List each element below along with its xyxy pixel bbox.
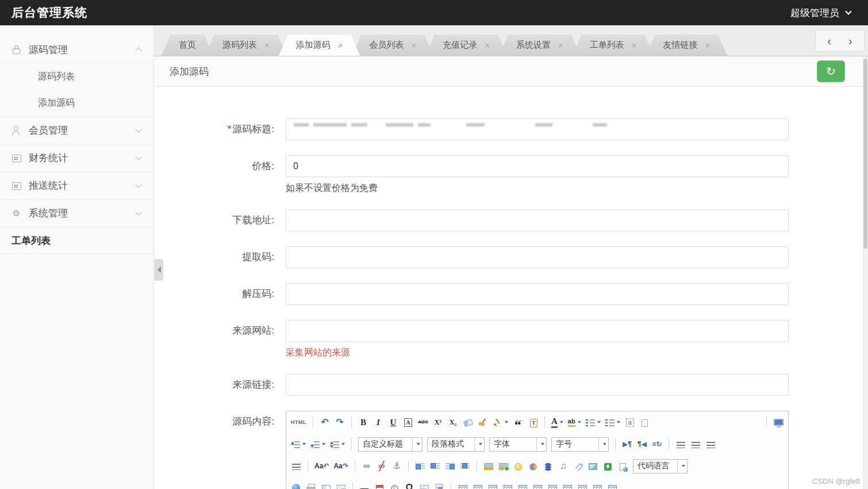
image-float-right-button[interactable]	[445, 459, 455, 473]
sidebar-item-source-manage[interactable]: 源码管理	[0, 36, 153, 63]
insert-col-button[interactable]	[517, 481, 528, 489]
extract-code-input[interactable]	[286, 246, 789, 268]
strikethrough-button[interactable]: ABC	[418, 415, 428, 429]
tab-close-icon[interactable]: ×	[264, 41, 270, 49]
anchor-button[interactable]: ⚓	[391, 459, 402, 473]
ordered-list-button[interactable]	[586, 415, 601, 429]
insert-frame-button[interactable]	[588, 459, 598, 473]
scrawl-button[interactable]	[528, 459, 539, 473]
paragraph-format-select[interactable]: 段落格式	[427, 437, 485, 452]
tab-home[interactable]: 首页	[162, 35, 213, 56]
screenshot-button[interactable]	[336, 481, 346, 489]
emoji-button[interactable]	[513, 459, 524, 473]
font-family-select[interactable]: 字体	[489, 437, 547, 452]
merge-cells-button[interactable]	[562, 481, 573, 489]
tab-source-list[interactable]: 源码列表×	[205, 35, 287, 56]
highlight-color-button[interactable]: ab	[568, 415, 581, 429]
font-size-select[interactable]: 字号	[551, 437, 609, 452]
insert-video-button[interactable]	[543, 459, 554, 473]
insert-iframe-button[interactable]	[618, 459, 628, 473]
new-page-button[interactable]	[640, 415, 650, 429]
outdent-button[interactable]: ¶◀	[637, 437, 647, 451]
italic-button[interactable]: I	[373, 415, 383, 429]
anchor-style-button[interactable]: a	[625, 415, 635, 429]
tab-close-icon[interactable]: ×	[632, 41, 637, 49]
line-height-button[interactable]	[330, 437, 345, 451]
sidebar-item-ticket-list[interactable]: 工单列表	[0, 227, 153, 254]
print-button[interactable]	[306, 481, 316, 489]
subscript-button[interactable]: X₂	[448, 415, 458, 429]
tab-close-icon[interactable]: ×	[705, 41, 710, 49]
unlink-button[interactable]: ∞	[377, 459, 387, 473]
font-border-button[interactable]: A	[403, 415, 413, 429]
preview-button[interactable]	[773, 415, 783, 429]
tab-source-add[interactable]: 添加源码×	[279, 35, 360, 56]
download-url-input[interactable]	[286, 209, 789, 231]
tab-scroll-left-icon[interactable]: ‹	[827, 35, 831, 47]
sidebar-subitem-source-add[interactable]: 添加源码	[0, 90, 153, 116]
sidebar-item-finance-stats[interactable]: 财务统计	[0, 144, 153, 171]
space-before-paragraph-button[interactable]	[291, 437, 306, 451]
insert-row-button[interactable]	[502, 481, 513, 489]
baidu-map-button[interactable]	[603, 459, 613, 473]
justify-button[interactable]	[291, 459, 301, 473]
tab-friend-links[interactable]: 友情链接×	[646, 35, 728, 56]
to-lowercase-button[interactable]: Aa↷	[333, 459, 348, 473]
insert-table-button[interactable]	[458, 481, 468, 489]
underline-button[interactable]: U	[388, 415, 398, 429]
unordered-list-button[interactable]	[605, 415, 620, 429]
image-float-left-button[interactable]	[415, 459, 425, 473]
tab-close-icon[interactable]: ×	[412, 41, 417, 49]
remove-format-button[interactable]	[463, 415, 473, 429]
font-color-button[interactable]: A	[551, 415, 563, 429]
upload-image-button[interactable]	[498, 459, 509, 473]
code-language-select[interactable]: 代码语言	[633, 459, 688, 473]
user-menu[interactable]: 超级管理员	[790, 6, 851, 20]
to-uppercase-button[interactable]: Aa↶	[314, 459, 329, 473]
tab-ticket-list[interactable]: 工单列表×	[573, 35, 654, 56]
sidebar-collapse-handle[interactable]	[155, 259, 163, 281]
auto-typeset-button[interactable]: ≡↻	[652, 437, 662, 451]
source-link-input[interactable]	[286, 374, 789, 396]
sidebar-item-system-manage[interactable]: 系统管理	[0, 199, 153, 227]
image-center-button[interactable]	[460, 459, 470, 473]
undo-button[interactable]: ↶	[320, 415, 330, 429]
redo-button[interactable]: ↷	[335, 415, 345, 429]
formula-button[interactable]	[419, 481, 429, 489]
merge-right-button[interactable]	[577, 481, 587, 489]
bold-button[interactable]: B	[358, 415, 368, 429]
source-html-button[interactable]: HTML	[291, 415, 306, 429]
insert-music-button[interactable]: ♫	[558, 459, 569, 473]
align-center-button[interactable]	[690, 437, 701, 451]
attachment-button[interactable]	[573, 459, 583, 473]
merge-down-button[interactable]	[592, 481, 602, 489]
tab-scroll-right-icon[interactable]: ›	[848, 35, 852, 47]
image-inline-button[interactable]	[430, 459, 440, 473]
sidebar-item-member-manage[interactable]: 会员管理	[0, 116, 153, 144]
align-left-button[interactable]	[675, 437, 686, 451]
source-title-input[interactable]	[286, 119, 789, 140]
space-after-paragraph-button[interactable]	[310, 437, 325, 451]
insert-link-button[interactable]: ∞	[362, 459, 372, 473]
superscript-button[interactable]: X²	[433, 415, 443, 429]
clear-format-button[interactable]	[478, 415, 488, 429]
refresh-button[interactable]: ↻	[817, 60, 845, 82]
delete-table-button[interactable]	[473, 481, 483, 489]
unzip-code-input[interactable]	[286, 283, 789, 305]
sidebar-item-push-stats[interactable]: 推送统计	[0, 171, 153, 199]
tab-system-settings[interactable]: 系统设置×	[499, 35, 581, 56]
tab-member-list[interactable]: 会员列表×	[352, 35, 434, 56]
insert-image-button[interactable]	[483, 459, 494, 473]
scrollbar-thumb[interactable]	[863, 59, 867, 249]
align-right-button[interactable]	[705, 437, 716, 451]
scrollbar[interactable]	[863, 56, 868, 489]
format-brush-button[interactable]	[493, 415, 508, 429]
tab-close-icon[interactable]: ×	[485, 41, 490, 49]
delete-row-button[interactable]	[532, 481, 543, 489]
split-cells-button[interactable]	[607, 481, 617, 489]
sidebar-subitem-source-list[interactable]: 源码列表	[0, 63, 153, 90]
baidu-app-button[interactable]	[291, 481, 301, 489]
tab-recharge-records[interactable]: 充值记录×	[425, 35, 507, 56]
custom-title-select[interactable]: 自定义标题	[358, 437, 423, 452]
table-title-button[interactable]	[487, 481, 498, 489]
